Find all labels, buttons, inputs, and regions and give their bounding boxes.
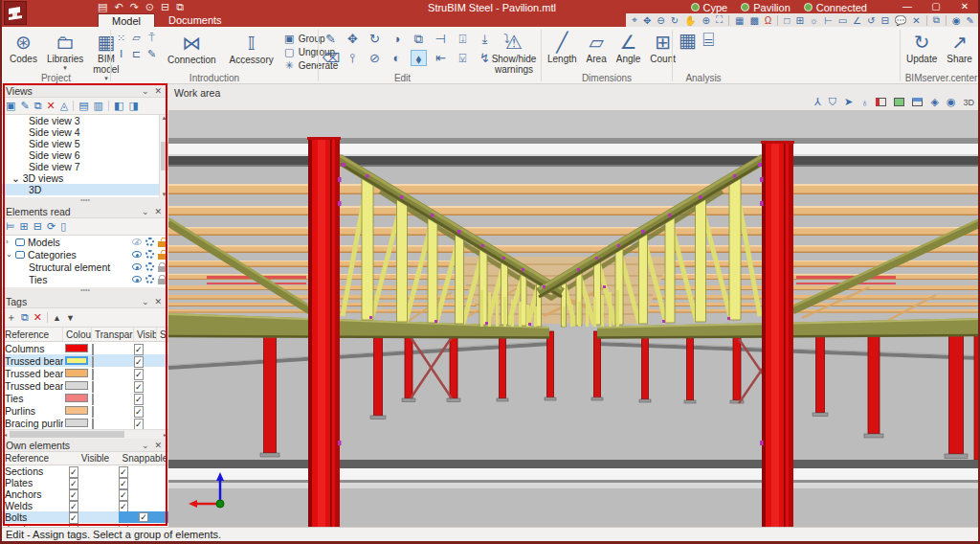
snap-gear-icon[interactable] [145, 250, 154, 259]
viewport-3d-scene[interactable] [168, 111, 980, 527]
show-hide-warnings-button[interactable]: ⚠ Show/hide warnings [487, 29, 541, 77]
transparent-checkbox[interactable] [92, 344, 94, 355]
erase-icon[interactable]: ⌫ [323, 50, 339, 66]
edit-icon[interactable]: ✎ [323, 31, 339, 47]
lower-section-icon[interactable]: ⍗ [455, 31, 471, 47]
snap-gear-icon[interactable] [145, 238, 154, 246]
own-row-bolts[interactable]: Bolts✓✓ [2, 511, 168, 523]
transparent-checkbox[interactable] [92, 394, 94, 405]
visible-checkbox[interactable]: ✓ [134, 419, 144, 430]
tags-collapse-icon[interactable]: ⌄ [139, 297, 152, 306]
angle-button[interactable]: ∠Angle [612, 29, 645, 66]
expander-icon[interactable]: › [6, 238, 15, 246]
funnel-icon[interactable]: ⍌ [455, 50, 471, 66]
visibility-cursor-icon[interactable]: ➤ [844, 96, 853, 108]
tags-horizontal-scrollbar[interactable]: ◂▸ [2, 429, 168, 439]
camera-icon[interactable]: ▤ [78, 100, 88, 112]
bolt-icon[interactable]: ⊏ [130, 48, 143, 60]
calculator-icon[interactable]: ▦ [679, 29, 697, 52]
visibility-eye-icon[interactable] [132, 238, 142, 245]
snappable-checkbox[interactable]: ✓ [139, 512, 148, 522]
column-config-icon[interactable]: ▯ [60, 220, 66, 233]
views-collapse-icon[interactable]: ⌄ [139, 86, 152, 96]
closed-book-icon[interactable]: ◨ [128, 100, 138, 112]
view-item-side-view-6[interactable]: Side view 6 [2, 149, 168, 161]
move-tag-up-icon[interactable]: ▲ [53, 313, 61, 323]
plate-icon[interactable]: ▱ [130, 32, 143, 44]
cube-icon[interactable]: ◈ [930, 96, 938, 108]
tab-model[interactable]: Model [98, 13, 155, 27]
views-close-icon[interactable]: ✕ [151, 86, 165, 96]
connection-button[interactable]: ⋈Connection [164, 30, 220, 67]
anchor-plate-icon[interactable]: ⍑ [145, 32, 158, 44]
layers-icon[interactable]: ⊟ [880, 15, 888, 26]
collapse-all-icon[interactable]: ⊟ [33, 220, 42, 233]
visibility-eye-icon[interactable] [132, 276, 142, 283]
refresh-elements-icon[interactable]: ⟳ [47, 220, 56, 233]
orbit-icon[interactable]: ↻ [671, 15, 679, 26]
tag-row-columns[interactable]: Columns✓ [2, 342, 168, 354]
tag-row-bracing-purlin[interactable]: Bracing purlin✓ [2, 417, 168, 429]
edit-view-icon[interactable]: ✎ [20, 100, 29, 112]
cype-account[interactable]: Cype [691, 2, 728, 13]
elements-resize-grip[interactable]: •••• [2, 287, 168, 295]
own-collapse-icon[interactable]: ⌄ [139, 441, 152, 450]
delete-tag-icon[interactable]: ✕ [33, 311, 42, 324]
previous-view-icon[interactable]: ⛶ [716, 14, 723, 26]
angle-snap-icon[interactable]: ∠ [853, 15, 861, 26]
own-close-icon[interactable]: ✕ [151, 441, 165, 450]
windows-icon[interactable]: ⧉ [933, 14, 940, 26]
minimize-button[interactable]: — [894, 0, 921, 13]
move-icon[interactable]: ✥ [345, 31, 361, 47]
colour-swatch[interactable] [65, 381, 88, 390]
snap-gear-icon[interactable] [145, 262, 154, 271]
colour-swatch[interactable] [65, 356, 88, 365]
visible-checkbox[interactable]: ✓ [134, 381, 144, 393]
visible-checkbox[interactable]: ✓ [134, 394, 144, 405]
calculator-alt-icon[interactable]: ⌸ [702, 29, 714, 52]
accessory-button[interactable]: 𝕀Accessory [226, 30, 278, 67]
snap-icon[interactable]: ☼ [810, 15, 818, 26]
copy-tag-icon[interactable]: ⧉ [21, 311, 29, 324]
length-button[interactable]: ╱Length [544, 29, 581, 66]
orbit-3d-icon[interactable]: ♁ [860, 97, 868, 108]
colour-swatch[interactable] [65, 406, 88, 415]
elements-row-ties[interactable]: Ties [2, 273, 168, 285]
lock-icon[interactable] [158, 266, 166, 272]
own-row-plates[interactable]: Plates✓✓ [2, 477, 168, 488]
zoom-out-icon[interactable]: ⊖ [657, 15, 664, 26]
tab-documents[interactable]: Documents [155, 13, 235, 27]
view-item-side-view-3[interactable]: Side view 3 [2, 115, 168, 126]
copy-element-icon[interactable]: ⧉ [411, 31, 427, 47]
own-row-sections[interactable]: Sections✓✓ [2, 465, 168, 477]
colour-swatch[interactable] [65, 394, 88, 402]
view-item-side-view-7[interactable]: Side view 7 [2, 161, 168, 172]
move-tag-down-icon[interactable]: ▼ [66, 313, 75, 323]
zoom-window-icon[interactable]: ⌖ [632, 14, 637, 26]
views-resize-grip[interactable]: •••• [2, 197, 168, 205]
elements-collapse-icon[interactable]: ⌄ [139, 207, 152, 216]
transparent-checkbox[interactable] [92, 406, 94, 418]
pen-icon[interactable]: ✎ [967, 15, 974, 26]
view-3d-icon[interactable]: 3D [963, 98, 974, 107]
tag-row-trussed-beam-2[interactable]: Trussed beam 2✓ [2, 367, 168, 379]
object-snap-icon[interactable]: Ω [765, 15, 771, 26]
cut-icon[interactable]: ✕ [912, 15, 920, 26]
reference-grid-icon[interactable]: ▦ [735, 15, 744, 26]
close-button[interactable]: ✕ [951, 0, 978, 13]
mirror-icon[interactable]: ◑ [389, 31, 405, 47]
align-icon[interactable]: ⊣ [433, 31, 449, 47]
weld-icon[interactable]: ✎ [145, 48, 158, 60]
comment-icon[interactable]: 💬 [895, 15, 906, 26]
views-scrollbar[interactable]: ▲▼ [159, 115, 168, 197]
lock-icon[interactable] [158, 279, 166, 284]
center-view-icon[interactable]: ⊕ [702, 15, 710, 26]
tags-close-icon[interactable]: ✕ [151, 297, 165, 306]
divide-icon[interactable]: ⫯ [345, 50, 361, 66]
trim-icon[interactable]: ⊘ [367, 50, 383, 66]
visible-checkbox[interactable]: ✓ [134, 369, 144, 380]
transparent-checkbox[interactable] [92, 381, 94, 393]
perspective-icon[interactable]: ◬ [60, 100, 68, 112]
ortho-icon[interactable]: □ [784, 15, 790, 26]
blue-plane-icon[interactable] [912, 98, 923, 106]
